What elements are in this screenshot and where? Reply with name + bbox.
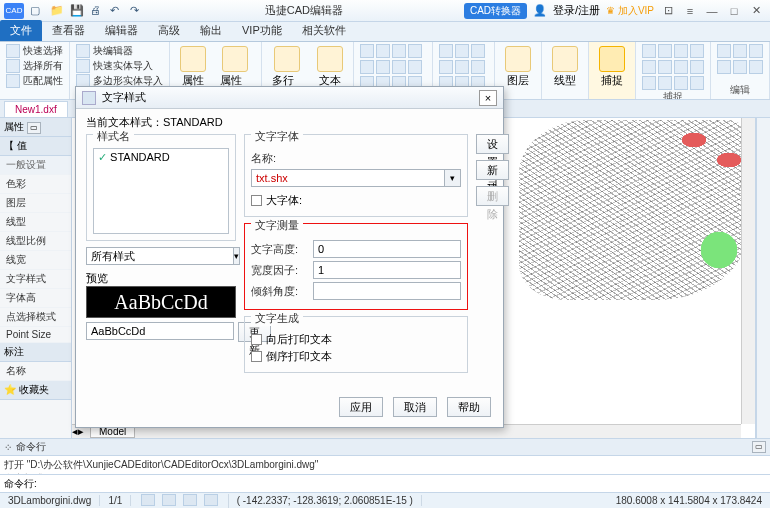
tab-advanced[interactable]: 高级 [148,20,190,41]
panel-header-dim: 标注 [0,343,71,362]
snap-icon [599,46,625,72]
layer-button[interactable]: 图层 [501,44,535,90]
grip-icon[interactable]: ⁘ [4,442,12,453]
grid-icon[interactable] [162,494,176,506]
close-button[interactable]: ✕ [748,4,764,17]
quick-select[interactable]: 快速选择 [6,44,63,58]
ortho-icon[interactable] [183,494,197,506]
panel-pin-icon[interactable]: ▭ [27,122,41,134]
font-name-combo[interactable]: ▾ [251,169,461,187]
document-tab[interactable]: New1.dxf [4,101,68,117]
set-current-button[interactable]: 设置当前 [476,134,509,154]
style-list-item[interactable]: STANDARD [94,149,228,166]
osnap-icon[interactable] [141,494,155,506]
quick-access-toolbar: ▢ 📁 💾 🖨 ↶ ↷ [28,4,144,18]
apply-button[interactable]: 应用 [339,397,383,417]
tab-file[interactable]: 文件 [0,20,42,41]
prop-pointmode[interactable]: 点选择模式 [0,308,71,327]
status-toggles[interactable] [131,494,228,508]
right-strip [756,118,770,438]
redo-icon[interactable]: ↷ [130,4,144,18]
style-filter-combo[interactable]: ▾ [86,247,236,265]
match-props[interactable]: 匹配属性 [6,74,63,88]
panel-min-icon[interactable]: ▭ [752,441,766,453]
width-input[interactable] [313,261,461,279]
edit-group-label: 编辑 [717,83,763,97]
text-style-dialog: 文字样式 × 当前文本样式：STANDARD 样式名 STANDARD [75,86,504,428]
dialog-close-button[interactable]: × [479,90,497,106]
prop-pointsize[interactable]: Point Size [0,327,71,343]
feedback-icon[interactable]: ⊡ [660,4,676,17]
tab-editor[interactable]: 编辑器 [95,20,148,41]
reverse-label: 倒序打印文本 [266,349,332,364]
style-listbox[interactable]: STANDARD [93,148,229,234]
user-icon[interactable]: 👤 [533,4,547,17]
text-icon [317,46,343,72]
style-name-group-label: 样式名 [93,129,134,144]
login-link[interactable]: 登录/注册 [553,3,600,18]
oblique-input[interactable] [313,282,461,300]
attribute-button[interactable]: 属性 [176,44,210,90]
draw-tools-grid[interactable] [360,44,426,90]
backward-checkbox[interactable] [251,334,262,345]
print-icon[interactable]: 🖨 [90,4,104,18]
prop-layer[interactable]: 图层 [0,194,71,213]
command-log-panel: ⁘命令行▭ 打开 "D:\办公软件\XunjieCADEditor\CADEdi… [0,438,770,474]
maximize-button[interactable]: □ [726,5,742,17]
cad-convert-button[interactable]: CAD转换器 [464,3,527,19]
preview-box: AaBbCcDd [86,286,236,318]
height-input[interactable] [313,240,461,258]
modify-tools-grid[interactable] [439,44,488,90]
prop-textheight[interactable]: 字体高 [0,289,71,308]
reverse-checkbox[interactable] [251,351,262,362]
panel-section-general: 一般设置 [0,156,71,175]
undo-icon[interactable]: ↶ [110,4,124,18]
font-name-input[interactable] [251,169,445,187]
prop-ltscale[interactable]: 线型比例 [0,232,71,251]
polar-icon[interactable] [204,494,218,506]
prop-color[interactable]: 色彩 [0,175,71,194]
chevron-down-icon[interactable]: ▾ [234,247,240,265]
attribute-icon [180,46,206,72]
vip-link[interactable]: ♛ 加入VIP [606,4,654,18]
command-input[interactable] [37,478,766,489]
quick-entity-import[interactable]: 快速实体导入 [76,59,163,73]
snap-grid[interactable] [642,44,704,90]
snap-button[interactable]: 捕捉 [595,44,629,90]
delete-style-button[interactable]: 删除 [476,186,509,206]
prop-textstyle[interactable]: 文字样式 [0,270,71,289]
tab-related[interactable]: 相关软件 [292,20,356,41]
command-log-title: 命令行 [16,440,46,454]
save-icon[interactable]: 💾 [70,4,84,18]
settings-icon[interactable]: ≡ [682,5,698,17]
new-icon[interactable]: ▢ [30,4,44,18]
app-logo: CAD [4,3,24,19]
oblique-label: 倾斜角度: [251,284,307,299]
block-editor[interactable]: 块编辑器 [76,44,163,58]
status-dims: 180.6008 x 141.5804 x 173.8424 [608,495,770,506]
minimize-button[interactable]: — [704,5,720,17]
linetype-button[interactable]: 线型 [548,44,582,90]
style-filter-input[interactable] [86,247,234,265]
select-all[interactable]: 选择所有 [6,59,63,73]
prop-lineweight[interactable]: 线宽 [0,251,71,270]
title-bar: CAD ▢ 📁 💾 🖨 ↶ ↷ 迅捷CAD编辑器 CAD转换器 👤 登录/注册 … [0,0,770,22]
bigfont-label: 大字体: [266,193,302,208]
help-button[interactable]: 帮助 [447,397,491,417]
measure-group-label: 文字测量 [251,218,303,233]
dialog-titlebar[interactable]: 文字样式 × [76,87,503,109]
cancel-button[interactable]: 取消 [393,397,437,417]
tab-output[interactable]: 输出 [190,20,232,41]
tab-viewer[interactable]: 查看器 [42,20,95,41]
prop-name[interactable]: 名称 [0,362,71,381]
current-style-label: 当前文本样式：STANDARD [86,115,493,130]
preview-text-input[interactable] [86,322,234,340]
bigfont-checkbox[interactable] [251,195,262,206]
edit-grid[interactable] [717,44,763,74]
chevron-down-icon[interactable]: ▾ [445,169,461,187]
open-icon[interactable]: 📁 [50,4,64,18]
vertical-scrollbar[interactable] [741,118,755,424]
tab-vip[interactable]: VIP功能 [232,20,292,41]
new-style-button[interactable]: 新建 [476,160,509,180]
prop-linetype[interactable]: 线型 [0,213,71,232]
